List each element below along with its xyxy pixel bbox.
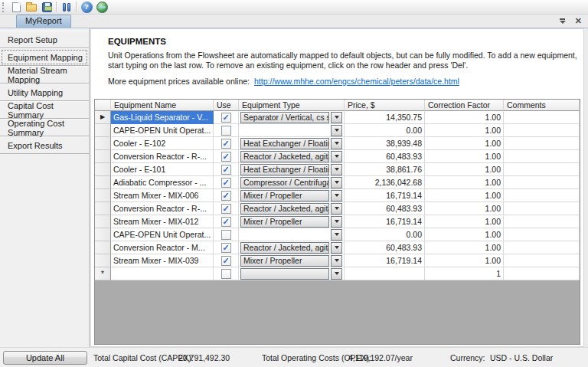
correction-factor-cell[interactable]: 1.00 [425, 111, 504, 124]
correction-factor-cell[interactable]: 1.00 [425, 241, 504, 254]
equipment-name-cell[interactable]: Stream Mixer - MIX-012 [111, 215, 214, 228]
column-header-equipment-type[interactable]: Equipment Type [239, 100, 345, 111]
equipment-name-cell[interactable]: CAPE-OPEN Unit Operat... [111, 124, 214, 137]
dropdown-arrow-icon[interactable] [331, 229, 342, 241]
help-button[interactable]: ? [79, 1, 94, 14]
use-cell[interactable] [214, 267, 239, 280]
sidebar-item-material-stream-mapping[interactable]: Material Stream Mapping [0, 66, 89, 84]
web-button[interactable] [94, 1, 109, 14]
correction-factor-cell[interactable]: 1.00 [425, 202, 504, 215]
dropdown-arrow-icon[interactable] [331, 268, 342, 280]
equipment-type-combobox[interactable]: Mixer / Propeller [240, 216, 329, 228]
price-cell[interactable]: 16,719.14 [345, 189, 425, 202]
correction-factor-cell[interactable]: 1.00 [425, 150, 504, 163]
row-header[interactable] [95, 228, 111, 241]
column-header-comments[interactable]: Comments [504, 100, 580, 111]
row-header[interactable] [95, 254, 111, 267]
sidebar-item-capital-cost-summary[interactable]: Capital Cost Summary [0, 101, 89, 119]
use-checkbox[interactable] [221, 139, 231, 149]
equipment-name-cell[interactable]: Conversion Reactor - R-... [111, 150, 214, 163]
comments-cell[interactable] [504, 176, 580, 189]
use-cell[interactable] [214, 228, 239, 241]
correction-factor-cell[interactable]: 1.00 [425, 215, 504, 228]
dock-menu-icon[interactable] [560, 18, 566, 24]
use-cell[interactable] [214, 137, 239, 150]
correction-factor-cell[interactable]: 1.00 [425, 189, 504, 202]
price-cell[interactable]: 38,861.76 [345, 163, 425, 176]
row-header[interactable] [95, 163, 111, 176]
equipment-name-cell[interactable]: CAPE-OPEN Unit Operat... [111, 228, 214, 241]
comments-cell[interactable] [504, 163, 580, 176]
price-cell[interactable]: 0.00 [345, 228, 425, 241]
use-cell[interactable] [214, 215, 239, 228]
equipment-name-cell[interactable]: Stream Mixer - MIX-039 [111, 254, 214, 267]
equipment-type-combobox[interactable]: Heat Exchanger / Floating head s... [240, 138, 329, 149]
dropdown-arrow-icon[interactable] [331, 125, 342, 136]
equipment-type-combobox[interactable]: Reactor / Jacketed, agitated [240, 242, 329, 254]
column-header-use[interactable]: Use [214, 100, 239, 111]
use-cell[interactable] [214, 111, 239, 124]
equipment-name-cell[interactable]: Conversion Reactor - M... [111, 241, 214, 254]
equipment-name-cell[interactable]: Adiabatic Compressor - ... [111, 176, 214, 189]
use-checkbox[interactable] [221, 113, 231, 123]
close-tab-icon[interactable]: ✕ [575, 17, 582, 25]
use-checkbox[interactable] [221, 230, 231, 240]
dropdown-arrow-icon[interactable] [331, 112, 342, 123]
comments-cell[interactable] [504, 254, 580, 267]
comments-cell[interactable] [504, 267, 580, 280]
equipment-name-cell[interactable]: Conversion Reactor - R-... [111, 202, 214, 215]
equipment-name-cell[interactable]: Cooler - E-102 [111, 137, 214, 150]
column-header-correction-factor[interactable]: Correction Factor [425, 100, 504, 111]
comments-cell[interactable] [504, 189, 580, 202]
equipment-type-combobox[interactable]: Heat Exchanger / Floating head s... [240, 164, 329, 175]
use-checkbox[interactable] [221, 126, 231, 136]
dropdown-arrow-icon[interactable] [331, 164, 342, 175]
comments-cell[interactable] [504, 228, 580, 241]
row-header[interactable] [95, 124, 111, 137]
correction-factor-cell[interactable]: 1.00 [425, 254, 504, 267]
row-header[interactable] [95, 137, 111, 150]
row-header[interactable]: ▶ [95, 111, 111, 124]
column-header-price[interactable]: Price, $ [345, 100, 425, 111]
comments-cell[interactable] [504, 137, 580, 150]
open-file-button[interactable] [24, 1, 39, 14]
comments-cell[interactable] [504, 111, 580, 124]
comments-cell[interactable] [504, 241, 580, 254]
correction-factor-cell[interactable]: 1.00 [425, 228, 504, 241]
sidebar-item-report-setup[interactable]: Report Setup [0, 31, 89, 48]
equipment-type-cell[interactable]: Reactor / Jacketed, agitated [239, 202, 345, 215]
price-cell[interactable]: 60,483.93 [345, 202, 425, 215]
row-header[interactable] [95, 202, 111, 215]
dropdown-arrow-icon[interactable] [331, 190, 342, 202]
equipment-type-cell[interactable]: Separator / Vertical, cs shell [239, 111, 345, 124]
price-cell[interactable]: 38,939.48 [345, 137, 425, 150]
use-cell[interactable] [214, 202, 239, 215]
equipment-type-cell[interactable] [239, 124, 345, 137]
save-button[interactable] [39, 1, 54, 14]
price-cell[interactable]: 60,483.93 [345, 241, 425, 254]
equipment-type-combobox[interactable]: Mixer / Propeller [240, 255, 329, 267]
equipment-name-cell[interactable]: Gas-Liquid Separator - V... [111, 111, 214, 124]
use-checkbox[interactable] [221, 243, 231, 253]
equipment-type-cell[interactable] [239, 228, 345, 241]
row-header[interactable] [95, 215, 111, 228]
price-cell[interactable]: 2,136,042.68 [345, 176, 425, 189]
price-cell[interactable]: 14,350.75 [345, 111, 425, 124]
price-cell[interactable]: 16,719.14 [345, 215, 425, 228]
price-cell[interactable]: 16,719.14 [345, 254, 425, 267]
correction-factor-cell[interactable]: 1.00 [425, 137, 504, 150]
equipment-type-cell[interactable]: Heat Exchanger / Floating head s... [239, 137, 345, 150]
comments-cell[interactable] [504, 124, 580, 137]
use-checkbox[interactable] [221, 165, 231, 175]
sidebar-item-operating-cost-summary[interactable]: Operating Cost Summary [0, 119, 89, 136]
use-checkbox[interactable] [221, 217, 231, 227]
equipment-type-cell[interactable]: Mixer / Propeller [239, 189, 345, 202]
correction-factor-cell[interactable]: 1 [425, 267, 504, 280]
equipment-type-cell[interactable]: Compressor / Centrifugal [239, 176, 345, 189]
dropdown-arrow-icon[interactable] [331, 216, 342, 228]
sidebar-item-equipment-mapping[interactable]: Equipment Mapping [0, 48, 89, 66]
use-cell[interactable] [214, 254, 239, 267]
correction-factor-cell[interactable]: 1.00 [425, 163, 504, 176]
dropdown-arrow-icon[interactable] [331, 255, 342, 267]
row-header[interactable] [95, 150, 111, 163]
